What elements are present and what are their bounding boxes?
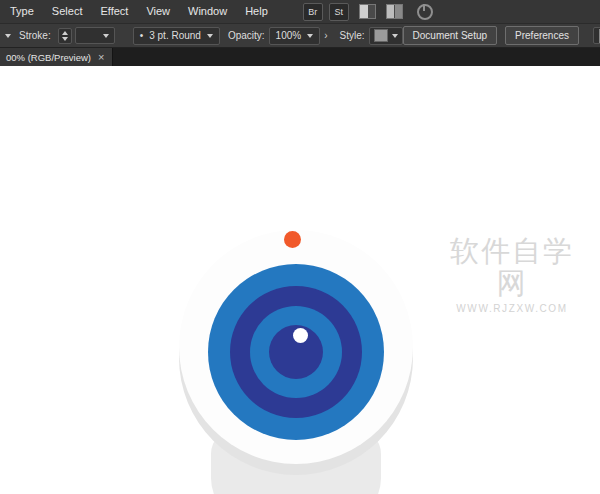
brush-definition-dropdown[interactable]: • 3 pt. Round: [133, 27, 220, 45]
style-label: Style:: [340, 30, 365, 41]
swatch-icon: [374, 29, 388, 42]
opacity-label: Opacity:: [228, 30, 265, 41]
stroke-weight-dropdown[interactable]: [75, 27, 115, 44]
document-tab-bar: 00% (RGB/Preview) ×: [0, 48, 600, 66]
menu-type[interactable]: Type: [8, 0, 43, 23]
lens-indigo-ring-shape[interactable]: [230, 286, 362, 418]
indicator-led-dot[interactable]: [284, 231, 301, 248]
stroke-panel-button[interactable]: St: [329, 3, 349, 21]
document-setup-button[interactable]: Document Setup: [403, 26, 498, 45]
chevron-down-icon: [103, 34, 109, 38]
watermark-title: 软件自学网: [436, 236, 588, 300]
power-icon[interactable]: [417, 4, 433, 20]
opacity-dropdown[interactable]: 100%: [269, 27, 321, 45]
menu-view[interactable]: View: [137, 0, 179, 23]
close-icon[interactable]: ×: [98, 52, 104, 63]
document-tab-label: 00% (RGB/Preview): [6, 52, 91, 63]
brushes-panel-button[interactable]: Br: [303, 3, 323, 21]
spinner-down-icon[interactable]: [62, 37, 68, 41]
chevron-down-icon: [207, 34, 213, 38]
lens-outer-ring-shape[interactable]: [208, 264, 384, 440]
watermark-url: WWW.RJZXW.COM: [436, 303, 588, 314]
panel-columns-icon[interactable]: [386, 4, 403, 19]
flyout-arrow-icon[interactable]: ›: [324, 30, 327, 41]
lens-blue-ring-shape[interactable]: [250, 306, 342, 398]
brush-bullet: •: [140, 30, 144, 41]
lens-highlight-dot[interactable]: [293, 328, 308, 343]
webcam-body-shape[interactable]: [179, 230, 413, 464]
brush-value: 3 pt. Round: [149, 30, 201, 41]
menu-effect[interactable]: Effect: [91, 0, 137, 23]
watermark: 软件自学网 WWW.RJZXW.COM: [436, 236, 588, 314]
control-bar: Stroke: • 3 pt. Round Opacity: 100% › St…: [0, 24, 600, 48]
opacity-value: 100%: [276, 30, 302, 41]
style-dropdown[interactable]: [369, 27, 403, 45]
stroke-label: Stroke:: [19, 30, 51, 41]
chevron-down-icon[interactable]: [5, 34, 11, 38]
menu-help[interactable]: Help: [236, 0, 277, 23]
lens-core-shape[interactable]: [269, 325, 323, 379]
menu-bar: Type Select Effect View Window Help Br S…: [0, 0, 600, 24]
spinner-up-icon[interactable]: [62, 31, 68, 35]
menu-select[interactable]: Select: [43, 0, 92, 23]
panel-split-icon[interactable]: [359, 4, 376, 19]
preferences-button[interactable]: Preferences: [505, 26, 579, 45]
document-tab[interactable]: 00% (RGB/Preview) ×: [0, 48, 113, 66]
chevron-down-icon: [392, 34, 398, 38]
arrange-documents-dropdown[interactable]: [593, 27, 600, 44]
stroke-weight-stepper[interactable]: [58, 28, 72, 44]
artboard-canvas[interactable]: 软件自学网 WWW.RJZXW.COM: [0, 66, 600, 494]
menu-window[interactable]: Window: [179, 0, 236, 23]
webcam-illustration: [179, 230, 413, 494]
chevron-down-icon: [307, 34, 313, 38]
